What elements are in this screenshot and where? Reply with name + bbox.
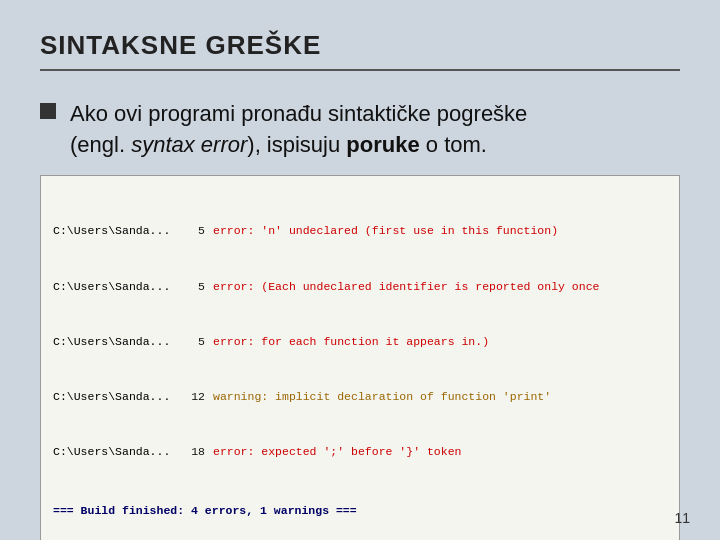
code-linenum-1: 5: [183, 222, 205, 240]
code-path-4: C:\Users\Sanda...: [53, 388, 183, 406]
code-line-2: C:\Users\Sanda... 5 error: (Each undecla…: [53, 278, 667, 296]
bullet-1-item: Ako ovi programi pronađu sintaktičke pog…: [40, 99, 680, 161]
bullet-1-section: Ako ovi programi pronađu sintaktičke pog…: [40, 99, 680, 540]
code-path-5: C:\Users\Sanda...: [53, 443, 183, 461]
code-build-line: === Build finished: 4 errors, 1 warnings…: [53, 502, 667, 520]
code-line-5: C:\Users\Sanda... 18 error: expected ';'…: [53, 443, 667, 461]
code-linenum-2: 5: [183, 278, 205, 296]
bullet-1-icon: [40, 103, 56, 119]
page-number: 11: [674, 510, 690, 526]
code-msg-4: warning: implicit declaration of functio…: [213, 388, 551, 406]
code-path-1: C:\Users\Sanda...: [53, 222, 183, 240]
bullet-1-line2: (engl. syntax error), ispisuju poruke o …: [70, 132, 487, 157]
code-path-2: C:\Users\Sanda...: [53, 278, 183, 296]
code-line-3: C:\Users\Sanda... 5 error: for each func…: [53, 333, 667, 351]
code-line-4: C:\Users\Sanda... 12 warning: implicit d…: [53, 388, 667, 406]
title-section: SINTAKSNE GREŠKE: [40, 30, 680, 71]
slide: SINTAKSNE GREŠKE Ako ovi programi pronađ…: [0, 0, 720, 540]
once-word: once: [572, 280, 600, 293]
bullet-1-line1: Ako ovi programi pronađu sintaktičke pog…: [70, 101, 527, 126]
code-line-1: C:\Users\Sanda... 5 error: 'n' undeclare…: [53, 222, 667, 240]
code-linenum-4: 12: [183, 388, 205, 406]
code-linenum-3: 5: [183, 333, 205, 351]
bullet-1-text: Ako ovi programi pronađu sintaktičke pog…: [70, 99, 527, 161]
code-msg-3: error: for each function it appears in.): [213, 333, 489, 351]
code-msg-5: error: expected ';' before '}' token: [213, 443, 461, 461]
code-box: C:\Users\Sanda... 5 error: 'n' undeclare…: [40, 175, 680, 540]
code-msg-2: error: (Each undeclared identifier is re…: [213, 278, 599, 296]
code-path-3: C:\Users\Sanda...: [53, 333, 183, 351]
code-linenum-5: 18: [183, 443, 205, 461]
slide-title: SINTAKSNE GREŠKE: [40, 30, 680, 61]
code-msg-1: error: 'n' undeclared (first use in this…: [213, 222, 558, 240]
